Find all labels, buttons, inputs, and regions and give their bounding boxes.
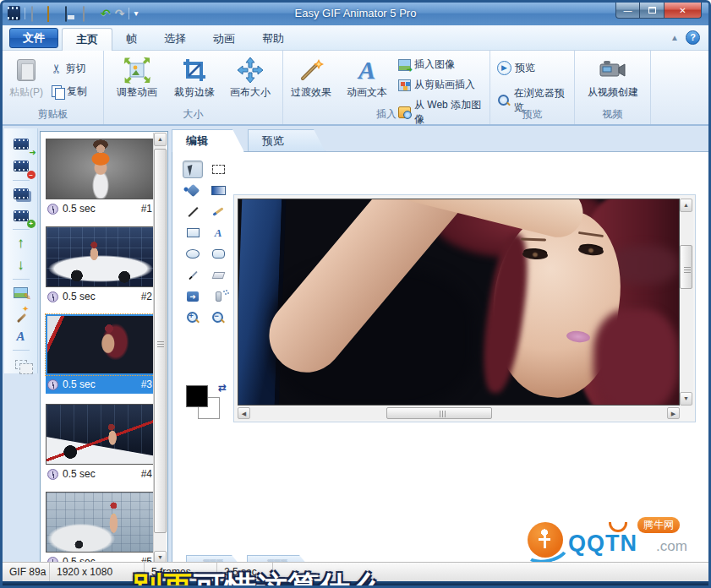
delete-frame-button[interactable]: – <box>10 157 32 176</box>
spray-tool[interactable] <box>208 287 228 305</box>
subtitle-overlay: 别再可惜这算什么 <box>131 567 381 588</box>
clipart-icon <box>398 79 411 91</box>
divider <box>13 229 30 230</box>
move-frame-up-button[interactable]: ↑ <box>10 234 32 253</box>
divider <box>13 350 30 351</box>
collapse-ribbon-icon[interactable]: ▲ <box>670 33 679 42</box>
tab-home[interactable]: 主页 <box>62 28 112 51</box>
frame-item-3-selected[interactable]: 0.5 sec #3 <box>46 314 157 394</box>
gradient-fill-tool[interactable] <box>208 182 228 199</box>
frame-thumbnail[interactable] <box>46 139 156 199</box>
minimize-button[interactable]: — <box>615 3 640 19</box>
animated-text-button[interactable]: A 动画文本 <box>341 55 393 100</box>
animated-text-icon: A <box>358 56 375 84</box>
zoom-out-tool[interactable]: − <box>208 308 228 326</box>
eraser-tool[interactable] <box>208 266 228 284</box>
move-frame-down-button[interactable]: ↓ <box>10 256 32 275</box>
scrollbar-thumb[interactable] <box>154 149 167 533</box>
scrollbar-grip <box>440 411 446 417</box>
frame-item-2[interactable]: 0.5 sec #2 <box>46 226 157 306</box>
ribbon-group-insert: 过渡效果 A 动画文本 插入图像 从剪贴画插入 从 Web 添加图像 插入 <box>283 51 490 124</box>
insert-image-button[interactable]: 插入图像 <box>398 57 455 72</box>
ribbon-group-clipboard: 粘贴(P) ✂ 剪切 复制 剪贴板 <box>3 51 104 124</box>
foreground-color-swatch[interactable] <box>186 385 208 407</box>
move-icon: ➜ <box>187 291 199 302</box>
crop-edges-button[interactable]: 裁剪边缘 <box>167 55 222 100</box>
brush-tool[interactable] <box>208 203 228 220</box>
down-arrow-icon: ↓ <box>17 257 25 274</box>
transition-effects-button[interactable]: 过渡效果 <box>285 55 337 100</box>
frame-thumbnail[interactable] <box>46 404 156 465</box>
group-label: 预览 <box>490 107 574 122</box>
swap-colors-icon[interactable]: ⇄ <box>218 382 227 394</box>
text-button[interactable]: A <box>10 327 32 346</box>
marquee-select-tool[interactable] <box>208 161 228 178</box>
pointer-tool[interactable] <box>183 161 203 178</box>
move-tool[interactable]: ➜ <box>183 287 203 305</box>
canvas-size-button[interactable]: 画布大小 <box>224 55 276 100</box>
video-camera-icon <box>599 59 627 81</box>
eyedropper-tool[interactable] <box>183 266 203 284</box>
add-frame-button[interactable]: + <box>10 206 32 225</box>
frame-item-4[interactable]: 0.5 sec #4 <box>46 404 157 483</box>
edit-image-icon <box>14 287 28 298</box>
scroll-up-button[interactable]: ▲ <box>154 133 167 146</box>
frames-scrollbar[interactable]: ▲ ▼ <box>153 133 167 564</box>
plus-icon: + <box>27 220 36 228</box>
scroll-up-button[interactable]: ▲ <box>680 199 692 212</box>
copy-button[interactable]: 复制 <box>52 84 87 99</box>
app-window: ↶ ↷ ▾ Easy GIF Animator 5 Pro — ✕ 文件 主页 … <box>0 0 711 588</box>
help-button[interactable]: ? <box>686 30 700 45</box>
line-tool[interactable] <box>183 203 203 220</box>
tab-edit[interactable]: 编辑 <box>172 129 244 152</box>
rectangle-tool[interactable] <box>183 224 203 242</box>
fill-bucket-tool[interactable] <box>183 182 203 199</box>
scroll-right-button[interactable]: ▶ <box>667 407 680 419</box>
pointer-icon <box>187 163 199 175</box>
scrollbar-thumb[interactable] <box>680 245 692 289</box>
add-frame-icon <box>14 210 29 221</box>
rounded-rect-tool[interactable] <box>208 245 228 263</box>
scroll-down-button[interactable]: ▼ <box>680 392 692 406</box>
scroll-left-button[interactable]: ◀ <box>238 407 250 419</box>
canvas-vertical-scrollbar[interactable]: ▲ ▼ <box>680 199 693 406</box>
canvas-horizontal-scrollbar[interactable]: ◀ ▶ <box>238 407 680 420</box>
zoom-in-tool[interactable]: + <box>183 308 203 326</box>
green-arrow-icon: ➜ <box>29 149 37 157</box>
scrollbar-grip <box>684 267 691 273</box>
maximize-button[interactable] <box>640 3 664 19</box>
ellipse-tool[interactable] <box>183 245 203 263</box>
group-label: 视频 <box>575 107 650 122</box>
clock-icon <box>47 469 58 480</box>
frame-thumbnail[interactable] <box>46 226 156 287</box>
crop-edges-icon <box>181 57 208 84</box>
effects-button[interactable] <box>10 306 32 324</box>
scrollbar-thumb[interactable] <box>386 407 492 419</box>
insert-clipart-button[interactable]: 从剪贴画插入 <box>398 78 475 92</box>
tab-select[interactable]: 选择 <box>150 28 200 51</box>
frame-item-1[interactable]: 0.5 sec #1 <box>46 139 157 218</box>
insert-image-icon <box>398 59 411 71</box>
frame-thumbnail[interactable] <box>46 314 156 375</box>
close-button[interactable]: ✕ <box>664 3 702 19</box>
tab-help[interactable]: 帮助 <box>249 28 298 51</box>
divider <box>13 180 30 181</box>
tab-frame[interactable]: 帧 <box>112 28 150 51</box>
frame-thumbnail[interactable] <box>46 492 156 553</box>
tab-animation[interactable]: 动画 <box>200 28 249 51</box>
text-tool[interactable]: A <box>208 224 228 242</box>
file-menu-button[interactable]: 文件 <box>9 28 58 48</box>
edit-image-button[interactable] <box>10 284 32 302</box>
qqtn-watermark: QQTN .com 腾牛网 <box>528 520 701 563</box>
duplicate-frame-button[interactable] <box>10 185 32 204</box>
up-arrow-icon: ↑ <box>17 235 25 252</box>
resize-animation-button[interactable]: 调整动画 <box>109 55 165 100</box>
tab-preview[interactable]: 预览 <box>248 129 325 152</box>
extract-frame-button[interactable]: ➜ <box>10 135 32 154</box>
preview-button[interactable]: ▶ 预览 <box>497 61 535 75</box>
cut-button[interactable]: ✂ 剪切 <box>52 61 86 76</box>
frame-canvas-image[interactable] <box>238 199 680 406</box>
frame-duration: 0.5 sec <box>63 291 141 302</box>
create-from-video-button[interactable]: 从视频创建 <box>585 55 641 100</box>
frame-item-5[interactable]: 0.5 sec #5 <box>46 492 157 571</box>
